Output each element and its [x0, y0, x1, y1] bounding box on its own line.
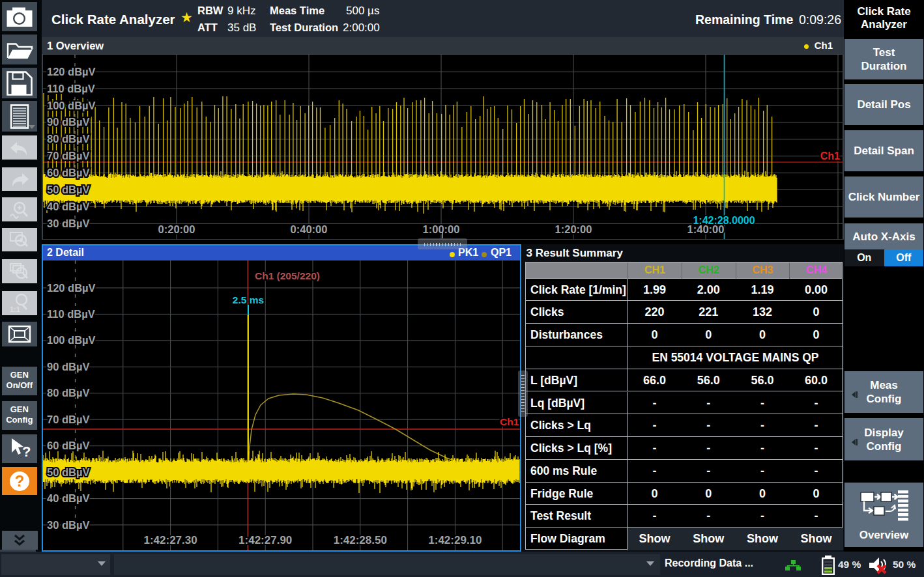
- svg-text:1:42:27.90: 1:42:27.90: [238, 534, 292, 546]
- svg-text:40 dBµV: 40 dBµV: [47, 201, 89, 212]
- svg-text:90 dBµV: 90 dBµV: [47, 361, 89, 373]
- svg-text:50 dBµV: 50 dBµV: [47, 184, 89, 195]
- svg-text:90 dBµV: 90 dBµV: [47, 116, 89, 128]
- svg-text:60 dBµV: 60 dBµV: [47, 167, 89, 178]
- svg-text:110 dBµV: 110 dBµV: [47, 308, 95, 320]
- svg-text:1:42:27.30: 1:42:27.30: [143, 534, 197, 546]
- svg-text:70 dBµV: 70 dBµV: [47, 150, 89, 162]
- svg-text:40 dBµV: 40 dBµV: [47, 492, 89, 504]
- svg-text:Ch1: Ch1: [500, 416, 519, 427]
- svg-text:110 dBµV: 110 dBµV: [47, 83, 95, 94]
- svg-text:120 dBµV: 120 dBµV: [47, 66, 96, 77]
- svg-text:70 dBµV: 70 dBµV: [47, 414, 89, 425]
- svg-text:1:00:00: 1:00:00: [423, 223, 460, 235]
- svg-text:0:40:00: 0:40:00: [291, 223, 328, 235]
- svg-text:Ch1 (205/220): Ch1 (205/220): [255, 270, 320, 281]
- svg-text:0:20:00: 0:20:00: [158, 223, 195, 235]
- svg-text:30 dBµV: 30 dBµV: [47, 519, 89, 531]
- svg-text:100 dBµV: 100 dBµV: [47, 100, 96, 111]
- svg-text:100 dBµV: 100 dBµV: [47, 334, 96, 346]
- svg-text:1:42:28.0000: 1:42:28.0000: [693, 215, 755, 226]
- svg-text:80 dBµV: 80 dBµV: [47, 133, 89, 145]
- svg-text:?: ?: [22, 443, 31, 460]
- svg-text:30 dBµV: 30 dBµV: [47, 218, 89, 229]
- svg-text:1:1: 1:1: [10, 305, 20, 313]
- svg-text:120 dBµV: 120 dBµV: [47, 282, 96, 294]
- svg-text:2.5 ms: 2.5 ms: [233, 294, 264, 305]
- svg-text:60 dBµV: 60 dBµV: [47, 440, 89, 451]
- svg-text:80 dBµV: 80 dBµV: [47, 387, 89, 399]
- svg-text:?: ?: [14, 472, 24, 490]
- svg-text:50 dBµV: 50 dBµV: [47, 466, 89, 478]
- svg-text:1:42:28.50: 1:42:28.50: [334, 534, 387, 546]
- svg-text:1:20:00: 1:20:00: [555, 223, 592, 235]
- svg-text:1:42:29.10: 1:42:29.10: [428, 534, 482, 546]
- svg-text:Ch1: Ch1: [820, 150, 840, 162]
